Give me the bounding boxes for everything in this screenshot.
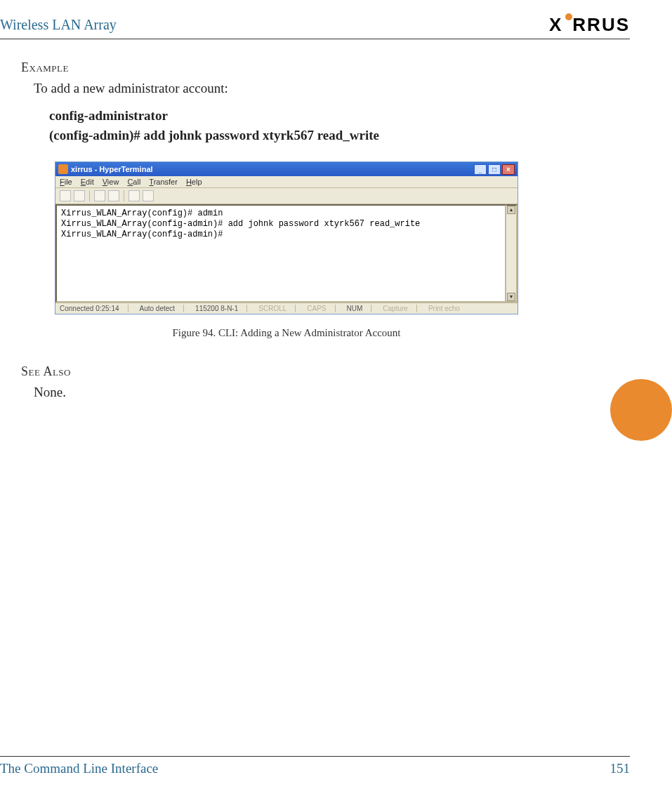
call-icon[interactable] xyxy=(94,190,105,201)
scroll-up-icon[interactable]: ▴ xyxy=(507,206,515,214)
menu-help[interactable]: Help xyxy=(186,178,202,186)
menu-view[interactable]: View xyxy=(103,178,119,186)
toolbar-separator xyxy=(124,190,124,201)
toolbar-separator xyxy=(89,190,90,201)
menu-transfer[interactable]: Transfer xyxy=(149,178,178,186)
scroll-down-icon[interactable]: ▾ xyxy=(507,293,515,301)
menu-file[interactable]: File xyxy=(60,178,72,186)
status-capture: Capture xyxy=(383,305,417,312)
footer-page: 151 xyxy=(610,761,631,776)
hyperterminal-window: xirrus - HyperTerminal _ □ × File Edit V… xyxy=(55,161,518,314)
scrollbar[interactable]: ▴ ▾ xyxy=(506,204,518,303)
terminal-output[interactable]: Xirrus_WLAN_Array(config)# admin Xirrus_… xyxy=(55,204,506,303)
footer-section: The Command Line Interface xyxy=(0,761,158,776)
command-line-1: config-administrator xyxy=(49,106,630,126)
example-intro: To add a new administrator account: xyxy=(34,81,630,96)
status-connected: Connected 0:25:14 xyxy=(60,305,129,312)
status-baud: 115200 8-N-1 xyxy=(195,305,247,312)
status-num: NUM xyxy=(347,305,372,312)
status-printecho: Print echo xyxy=(428,305,460,312)
menu-edit[interactable]: Edit xyxy=(81,178,94,186)
app-icon xyxy=(58,164,68,174)
status-scroll: SCROLL xyxy=(258,305,296,312)
maximize-button[interactable]: □ xyxy=(488,164,501,175)
see-also-heading: See Also xyxy=(21,364,630,379)
see-also-body: None. xyxy=(34,385,630,400)
main-content: Example To add a new administrator accou… xyxy=(0,60,630,400)
toolbar xyxy=(55,188,518,204)
logo-dot-icon xyxy=(565,13,572,20)
window-titlebar[interactable]: xirrus - HyperTerminal _ □ × xyxy=(55,162,518,176)
minimize-button[interactable]: _ xyxy=(474,164,487,175)
window-title: xirrus - HyperTerminal xyxy=(71,165,474,173)
window-controls: _ □ × xyxy=(474,164,515,175)
command-block: config-administrator (config-admin)# add… xyxy=(49,106,630,145)
menu-bar: File Edit View Call Transfer Help xyxy=(55,176,518,188)
receive-icon[interactable] xyxy=(143,190,154,201)
section-tab-icon xyxy=(610,379,672,441)
terminal-body-wrap: Xirrus_WLAN_Array(config)# admin Xirrus_… xyxy=(55,204,518,303)
status-caps: CAPS xyxy=(307,305,335,312)
brand-logo: XRRUS xyxy=(549,14,630,36)
new-icon[interactable] xyxy=(60,190,71,201)
figure-caption: Figure 94. CLI: Adding a New Administrat… xyxy=(55,327,518,339)
page-footer: The Command Line Interface 151 xyxy=(0,756,630,776)
send-icon[interactable] xyxy=(129,190,140,201)
page-header: Wireless LAN Array XRRUS xyxy=(0,14,630,39)
hangup-icon[interactable] xyxy=(108,190,119,201)
status-bar: Connected 0:25:14 Auto detect 115200 8-N… xyxy=(55,303,518,314)
header-title: Wireless LAN Array xyxy=(0,17,117,33)
status-detect: Auto detect xyxy=(140,305,185,312)
command-line-2: (config-admin)# add johnk password xtyrk… xyxy=(49,126,630,145)
open-icon[interactable] xyxy=(74,190,85,201)
menu-call[interactable]: Call xyxy=(127,178,140,186)
example-heading: Example xyxy=(21,60,630,75)
close-button[interactable]: × xyxy=(502,164,515,175)
